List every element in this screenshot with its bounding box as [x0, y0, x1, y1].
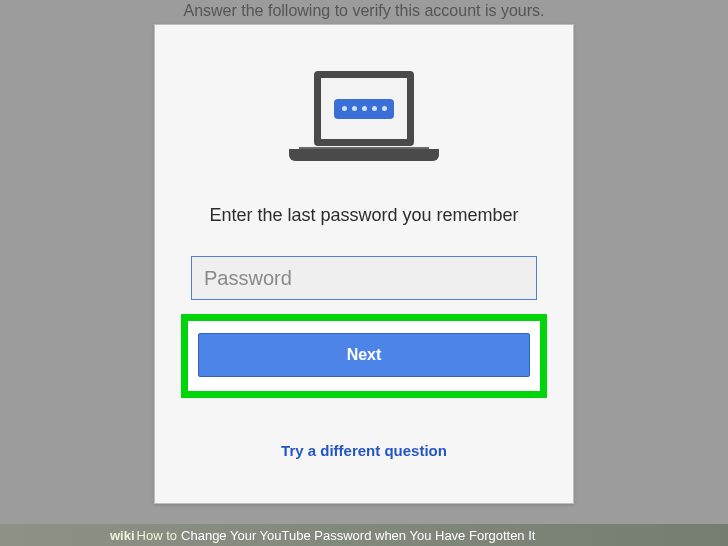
recovery-card: Enter the last password you remember Nex… [154, 24, 574, 504]
password-input[interactable] [191, 256, 537, 300]
verify-instruction: Answer the following to verify this acco… [0, 0, 728, 20]
brand-prefix: wiki [110, 528, 135, 543]
brand-suffix: How to [137, 528, 177, 543]
prompt-text: Enter the last password you remember [155, 205, 573, 226]
caption-bar: wikiHow to Change Your YouTube Password … [0, 524, 728, 546]
highlight-frame: Next [181, 314, 547, 398]
next-button[interactable]: Next [198, 333, 530, 377]
laptop-password-icon [155, 71, 573, 181]
article-title: Change Your YouTube Password when You Ha… [181, 528, 535, 543]
try-different-question-link[interactable]: Try a different question [281, 442, 447, 459]
